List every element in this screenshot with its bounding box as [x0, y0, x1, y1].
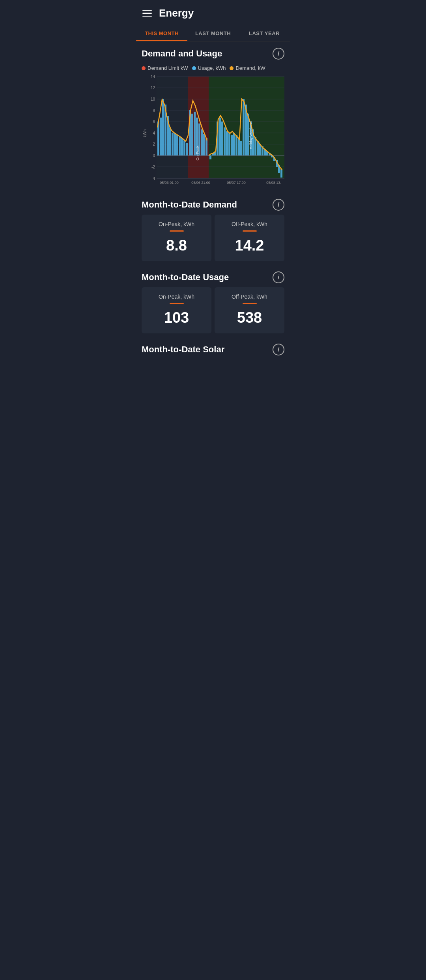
chart-legend: Demand Limit kW Usage, kWh Demand, kW: [136, 64, 290, 74]
mtd-usage-info-icon[interactable]: i: [273, 271, 284, 283]
svg-rect-56: [233, 133, 235, 155]
mtd-usage-on-peak-underline: [170, 303, 184, 304]
demand-usage-title: Demand and Usage: [142, 49, 222, 59]
svg-text:10: 10: [151, 97, 155, 101]
mtd-solar-info-icon[interactable]: i: [273, 344, 284, 355]
legend-dot-usage: [192, 66, 196, 70]
mtd-demand-off-peak-label: Off-Peak, kWh: [232, 221, 267, 227]
svg-rect-30: [169, 127, 171, 155]
svg-rect-57: [235, 135, 237, 155]
svg-text:0: 0: [153, 153, 155, 158]
svg-rect-39: [191, 114, 193, 155]
svg-rect-60: [243, 99, 245, 155]
svg-rect-36: [183, 140, 185, 155]
hamburger-menu[interactable]: [142, 10, 152, 17]
svg-rect-35: [181, 138, 183, 155]
tab-bar: THIS MONTH LAST MONTH LAST YEAR: [136, 25, 290, 41]
svg-rect-53: [226, 131, 228, 155]
svg-text:kWh: kWh: [143, 129, 147, 137]
svg-text:05/06 21:00: 05/06 21:00: [191, 181, 210, 185]
svg-rect-45: [206, 138, 207, 155]
legend-usage: Usage, kWh: [192, 65, 226, 71]
svg-text:05/07 17:00: 05/07 17:00: [227, 181, 246, 185]
tab-last-year[interactable]: LAST YEAR: [239, 25, 290, 41]
svg-rect-34: [179, 137, 181, 155]
svg-text:-4: -4: [151, 176, 155, 181]
mtd-solar-header: Month-to-Date Solar i: [136, 337, 290, 359]
svg-text:2: 2: [153, 142, 155, 146]
legend-dot-demand-limit: [142, 66, 146, 70]
legend-dot-demand: [230, 66, 234, 70]
tab-this-month[interactable]: THIS MONTH: [136, 25, 187, 41]
svg-text:12: 12: [151, 86, 155, 90]
mtd-usage-off-peak-card: Off-Peak, kWh 538: [215, 287, 284, 334]
svg-rect-46: [209, 155, 211, 159]
mtd-usage-off-peak-label: Off-Peak, kWh: [232, 294, 267, 300]
app-title: Energy: [159, 7, 194, 19]
mtd-demand-off-peak-value: 14.2: [235, 237, 264, 254]
mtd-usage-header: Month-to-Date Usage i: [136, 265, 290, 287]
svg-rect-54: [228, 133, 230, 155]
svg-rect-33: [176, 135, 178, 155]
mtd-demand-header: Month-to-Date Demand i: [136, 193, 290, 215]
svg-text:14: 14: [151, 75, 155, 79]
mtd-usage-off-peak-underline: [243, 303, 257, 304]
demand-usage-info-icon[interactable]: i: [273, 48, 284, 60]
legend-demand: Demand, kW: [230, 65, 265, 71]
svg-rect-55: [231, 135, 233, 155]
svg-rect-43: [201, 129, 203, 155]
svg-text:05/08 13:: 05/08 13:: [266, 181, 281, 185]
svg-rect-59: [240, 141, 242, 155]
mtd-usage-on-peak-value: 103: [164, 309, 189, 326]
tab-last-month[interactable]: LAST MONTH: [187, 25, 239, 41]
chart-svg: 14 12 10 8 6 4 2 0 -2 -4 kWh: [142, 74, 284, 193]
svg-rect-26: [160, 118, 162, 155]
svg-rect-58: [238, 138, 240, 155]
mtd-demand-on-peak-label: On-Peak, kWh: [159, 221, 194, 227]
demand-usage-chart-container: 14 12 10 8 6 4 2 0 -2 -4 kWh: [136, 74, 290, 193]
svg-rect-32: [174, 133, 176, 155]
svg-rect-76: [280, 169, 282, 178]
mtd-demand-off-peak-card: Off-Peak, kWh 14.2: [215, 215, 284, 261]
mtd-usage-off-peak-value: 538: [237, 309, 262, 326]
mtd-solar-title: Month-to-Date Solar: [142, 344, 224, 355]
mtd-demand-on-peak-underline: [170, 230, 184, 232]
svg-text:8: 8: [153, 108, 155, 113]
legend-demand-limit: Demand Limit kW: [142, 65, 188, 71]
mtd-usage-on-peak-card: On-Peak, kWh 103: [142, 287, 211, 334]
svg-rect-31: [172, 133, 174, 155]
svg-rect-52: [224, 127, 226, 155]
mtd-demand-title: Month-to-Date Demand: [142, 200, 237, 210]
header: Energy: [136, 0, 290, 25]
svg-rect-50: [219, 118, 221, 155]
svg-text:6: 6: [153, 120, 155, 124]
svg-text:Holiday/Weekend: Holiday/Weekend: [249, 122, 253, 149]
mtd-usage-cards: On-Peak, kWh 103 Off-Peak, kWh 538: [136, 287, 290, 338]
svg-rect-66: [257, 141, 259, 155]
mtd-demand-info-icon[interactable]: i: [273, 199, 284, 211]
svg-text:4: 4: [153, 131, 155, 135]
svg-rect-27: [162, 99, 164, 155]
mtd-demand-on-peak-card: On-Peak, kWh 8.8: [142, 215, 211, 261]
demand-usage-header: Demand and Usage i: [136, 41, 290, 64]
mtd-usage-title: Month-to-Date Usage: [142, 272, 229, 282]
svg-text:On-Peak: On-Peak: [195, 146, 200, 161]
demand-usage-chart: 14 12 10 8 6 4 2 0 -2 -4 kWh: [142, 74, 284, 193]
svg-rect-44: [203, 134, 205, 155]
mtd-demand-off-peak-underline: [243, 230, 257, 232]
mtd-demand-on-peak-value: 8.8: [166, 237, 187, 254]
mtd-usage-on-peak-label: On-Peak, kWh: [159, 294, 194, 300]
svg-rect-51: [221, 122, 223, 155]
svg-rect-37: [186, 143, 188, 155]
svg-text:05/06 01:00: 05/06 01:00: [160, 181, 179, 185]
svg-text:-2: -2: [151, 165, 155, 169]
mtd-demand-cards: On-Peak, kWh 8.8 Off-Peak, kWh 14.2: [136, 215, 290, 265]
